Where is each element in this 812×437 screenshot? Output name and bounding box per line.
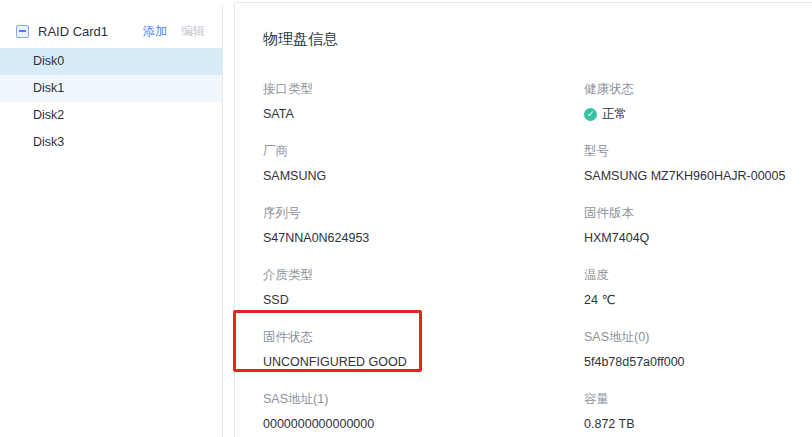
field-label: 健康状态: [584, 81, 812, 97]
field-value: SATA: [263, 106, 584, 122]
field-label: 容量: [584, 391, 812, 407]
field-value: HXM7404Q: [584, 230, 812, 246]
field-label: SAS地址(1): [263, 391, 584, 407]
field-model: 型号 SAMSUNG MZ7KH960HAJR-00005: [584, 143, 812, 184]
field-label: 固件状态: [263, 329, 584, 345]
field-capacity: 容量 0.872 TB: [584, 391, 812, 432]
field-value: ✓ 正常: [584, 106, 812, 122]
check-circle-icon: ✓: [584, 108, 597, 121]
field-value: SAMSUNG MZ7KH960HAJR-00005: [584, 168, 812, 184]
field-label: 型号: [584, 143, 812, 159]
raid-actions: 添加 编辑: [143, 23, 205, 40]
field-interface-type: 接口类型 SATA: [263, 81, 584, 122]
field-firmware-state: 固件状态 UNCONFIGURED GOOD: [263, 329, 584, 370]
disk-item-disk1[interactable]: Disk1: [0, 75, 222, 102]
field-value: SSD: [263, 292, 584, 308]
field-label: 厂商: [263, 143, 584, 159]
page-title: 物理盘信息: [263, 29, 812, 49]
disk-info-grid: 接口类型 SATA 健康状态 ✓ 正常 厂商 SAMSUNG 型号 SAMSUN…: [263, 81, 812, 437]
field-media-type: 介质类型 SSD: [263, 267, 584, 308]
field-health-status: 健康状态 ✓ 正常: [584, 81, 812, 122]
raid-card-node[interactable]: RAID Card1 添加 编辑: [0, 17, 222, 45]
field-serial-number: 序列号 S47NNA0N624953: [263, 205, 584, 246]
field-value: 0.872 TB: [584, 416, 812, 432]
field-value: 24 ℃: [584, 292, 812, 308]
disk-item-disk2[interactable]: Disk2: [0, 102, 222, 129]
field-value: S47NNA0N624953: [263, 230, 584, 246]
field-vendor: 厂商 SAMSUNG: [263, 143, 584, 184]
add-link[interactable]: 添加: [143, 23, 167, 40]
raid-card-label: RAID Card1: [38, 24, 108, 39]
collapse-minus-icon[interactable]: [16, 25, 29, 38]
field-sas-address-1: SAS地址(1) 0000000000000000: [263, 391, 584, 432]
raid-tree-sidebar: RAID Card1 添加 编辑 Disk0 Disk1 Disk2 Disk3: [0, 5, 223, 437]
field-value: SAMSUNG: [263, 168, 584, 184]
field-label: SAS地址(0): [584, 329, 812, 345]
edit-link[interactable]: 编辑: [181, 23, 205, 40]
physical-disk-info-panel: 物理盘信息 接口类型 SATA 健康状态 ✓ 正常 厂商 SAMSUNG 型号 …: [234, 2, 812, 437]
field-label: 接口类型: [263, 81, 584, 97]
field-label: 序列号: [263, 205, 584, 221]
field-firmware-version: 固件版本 HXM7404Q: [584, 205, 812, 246]
field-label: 固件版本: [584, 205, 812, 221]
disk-item-disk3[interactable]: Disk3: [0, 129, 222, 156]
field-value: 5f4b78d57a0ff000: [584, 354, 812, 370]
field-temperature: 温度 24 ℃: [584, 267, 812, 308]
field-value: 0000000000000000: [263, 416, 584, 432]
field-label: 介质类型: [263, 267, 584, 283]
disk-list: Disk0 Disk1 Disk2 Disk3: [0, 48, 222, 156]
health-status-text: 正常: [602, 106, 627, 122]
disk-item-disk0[interactable]: Disk0: [0, 48, 222, 75]
field-value: UNCONFIGURED GOOD: [263, 354, 584, 370]
field-sas-address-0: SAS地址(0) 5f4b78d57a0ff000: [584, 329, 812, 370]
field-label: 温度: [584, 267, 812, 283]
